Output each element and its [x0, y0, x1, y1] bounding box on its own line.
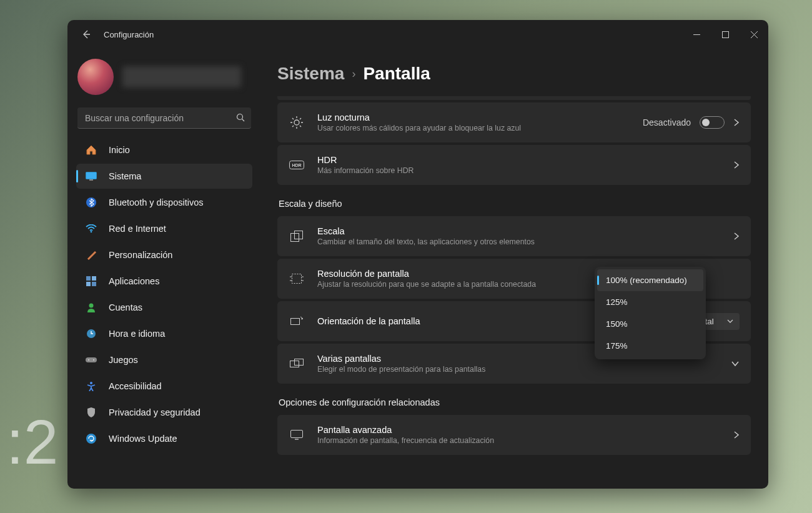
chevron-right-icon	[733, 161, 740, 169]
sidebar-item-label: Personalización	[109, 250, 172, 260]
section-related: Opciones de configuración relacionadas	[279, 397, 751, 407]
orientation-icon	[289, 316, 305, 327]
sidebar: Inicio Sistema Bluetooth y dispositivos …	[67, 49, 260, 489]
scale-dropdown: 100% (recomendado) 125% 150% 175%	[595, 267, 706, 359]
svg-rect-12	[86, 357, 97, 362]
card-title: Luz nocturna	[317, 112, 630, 122]
svg-rect-26	[291, 431, 303, 438]
scale-option-175[interactable]: 175%	[597, 335, 703, 357]
scale-option-125[interactable]: 125%	[597, 291, 703, 313]
monitor-icon	[289, 430, 305, 440]
sidebar-item-privacy[interactable]: Privacidad y seguridad	[76, 400, 252, 425]
displays-icon	[289, 359, 305, 369]
sidebar-item-label: Aplicaciones	[109, 276, 159, 286]
card-title: HDR	[317, 155, 721, 165]
sidebar-item-system[interactable]: Sistema	[76, 164, 252, 189]
chevron-down-icon	[731, 361, 740, 367]
bluetooth-icon	[85, 196, 97, 209]
scale-icon	[289, 231, 305, 242]
card-subtitle: Más información sobre HDR	[317, 166, 721, 175]
sidebar-item-label: Windows Update	[109, 434, 177, 444]
scale-option-150[interactable]: 150%	[597, 313, 703, 335]
home-icon	[85, 144, 97, 156]
svg-rect-3	[89, 179, 93, 181]
scale-option-100[interactable]: 100% (recomendado)	[597, 269, 703, 291]
svg-rect-22	[292, 274, 302, 284]
chevron-right-icon: ›	[352, 67, 355, 81]
svg-point-16	[86, 434, 96, 444]
svg-text:HDR: HDR	[292, 163, 301, 167]
maximize-button[interactable]	[711, 22, 740, 47]
clock-icon	[85, 327, 97, 340]
content-area: Sistema › Pantalla Luz nocturna Usar col…	[260, 49, 768, 489]
sidebar-item-label: Bluetooth y dispositivos	[109, 197, 204, 207]
shield-icon	[85, 406, 97, 419]
accessibility-icon	[85, 380, 97, 392]
sidebar-item-apps[interactable]: Aplicaciones	[76, 269, 252, 294]
svg-rect-0	[722, 31, 728, 37]
sidebar-item-accounts[interactable]: Cuentas	[76, 295, 252, 320]
search-icon	[236, 113, 245, 122]
apps-icon	[85, 275, 97, 287]
user-name-redacted	[122, 66, 241, 87]
svg-point-14	[93, 359, 94, 361]
svg-point-5	[91, 231, 92, 233]
prev-card-edge	[277, 96, 751, 100]
sidebar-item-label: Red e Internet	[109, 224, 166, 234]
section-scale-design: Escala y diseño	[279, 199, 751, 209]
card-hdr[interactable]: HDR HDR Más información sobre HDR	[277, 145, 751, 185]
sidebar-item-network[interactable]: Red e Internet	[76, 216, 252, 241]
svg-rect-9	[92, 282, 96, 286]
sidebar-item-time-language[interactable]: Hora e idioma	[76, 321, 252, 346]
card-night-light[interactable]: Luz nocturna Usar colores más cálidos pa…	[277, 102, 751, 142]
card-subtitle: Cambiar el tamaño del texto, las aplicac…	[317, 237, 721, 246]
sidebar-item-label: Hora e idioma	[109, 329, 165, 339]
chevron-down-icon	[727, 319, 733, 324]
svg-point-10	[89, 304, 94, 308]
close-button[interactable]	[740, 22, 768, 47]
user-icon	[85, 301, 97, 314]
sidebar-item-home[interactable]: Inicio	[76, 137, 252, 162]
update-icon	[85, 432, 97, 445]
breadcrumb-parent[interactable]: Sistema	[277, 64, 344, 84]
settings-window: Configuración Inicio Sistema	[67, 20, 768, 489]
chevron-right-icon	[733, 431, 740, 439]
sidebar-item-personalization[interactable]: Personalización	[76, 242, 252, 267]
svg-point-1	[237, 114, 243, 120]
card-title: Escala	[317, 226, 721, 236]
svg-point-15	[90, 382, 92, 384]
toggle-state-label: Desactivado	[643, 117, 691, 127]
desktop-clock: :2	[6, 406, 58, 478]
card-scale[interactable]: Escala Cambiar el tamaño del texto, las …	[277, 216, 751, 256]
sidebar-item-label: Accesibilidad	[109, 381, 162, 391]
svg-point-13	[88, 359, 89, 361]
sidebar-item-update[interactable]: Windows Update	[76, 426, 252, 451]
brush-icon	[85, 249, 97, 261]
sidebar-item-gaming[interactable]: Juegos	[76, 347, 252, 372]
sidebar-item-label: Juegos	[109, 355, 138, 365]
gamepad-icon	[85, 354, 97, 366]
page-title: Pantalla	[363, 64, 430, 84]
card-advanced-display[interactable]: Pantalla avanzada Información de pantall…	[277, 415, 751, 455]
window-controls	[682, 22, 768, 47]
night-light-toggle[interactable]	[700, 116, 725, 129]
minimize-button[interactable]	[682, 22, 711, 47]
svg-rect-7	[92, 276, 96, 281]
card-subtitle: Usar colores más cálidos para ayudar a b…	[317, 124, 630, 132]
user-profile[interactable]	[76, 54, 252, 106]
svg-rect-23	[291, 319, 300, 325]
chevron-right-icon	[733, 232, 740, 241]
svg-rect-8	[86, 282, 91, 286]
svg-rect-2	[86, 172, 97, 179]
sidebar-item-accessibility[interactable]: Accesibilidad	[76, 374, 252, 399]
breadcrumb: Sistema › Pantalla	[277, 64, 751, 84]
sidebar-item-bluetooth[interactable]: Bluetooth y dispositivos	[76, 190, 252, 215]
card-subtitle: Información de pantalla, frecuencia de a…	[317, 436, 721, 445]
chevron-right-icon	[733, 118, 740, 127]
search-input[interactable]	[77, 107, 251, 129]
wifi-icon	[85, 222, 97, 235]
card-title: Pantalla avanzada	[317, 425, 721, 435]
back-button[interactable]	[77, 26, 95, 43]
resolution-icon	[289, 274, 305, 284]
system-icon	[85, 170, 97, 182]
